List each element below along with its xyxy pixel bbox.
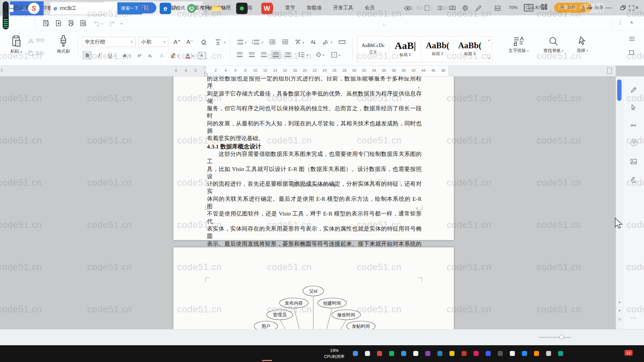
style-gallery-scroll[interactable]: ▲ ▼: [486, 37, 492, 62]
align-right-button[interactable]: [259, 50, 268, 59]
fullscreen-icon[interactable]: [628, 5, 635, 11]
style-scroll-down-icon[interactable]: ▼: [488, 57, 490, 60]
view-book-icon[interactable]: [449, 5, 456, 11]
decrease-font-button[interactable]: A⁻: [185, 38, 195, 46]
tray-icon[interactable]: [449, 351, 454, 356]
select-button[interactable]: 选择 ▾: [572, 36, 592, 54]
collaborate-button[interactable]: 协作: [559, 4, 576, 10]
cpu-meter[interactable]: 19% CPU利用率: [324, 347, 344, 360]
character-shading-button[interactable]: A: [198, 52, 205, 59]
sync-status[interactable]: 未同步: [525, 4, 548, 10]
bold-button[interactable]: B: [83, 51, 92, 60]
font-color-caret[interactable]: ▾: [192, 54, 194, 58]
font-color-button[interactable]: A: [183, 51, 193, 60]
zoom-slider-handle[interactable]: [559, 335, 564, 339]
scroll-down-icon[interactable]: ▼: [616, 309, 623, 312]
number-list-button[interactable]: 12: [251, 38, 260, 46]
tray-icon[interactable]: [365, 351, 370, 356]
strikethrough-caret[interactable]: ▾: [129, 54, 130, 58]
style-cell[interactable]: AaBb( 标题 2: [422, 37, 454, 61]
taskbar-search-box[interactable]: e cnc加工: [50, 2, 117, 14]
format-painter-button[interactable]: 格式刷: [53, 35, 74, 54]
highlight-caret[interactable]: ▾: [177, 54, 179, 58]
tray-icon[interactable]: [437, 351, 442, 356]
tray-icon[interactable]: [401, 351, 406, 356]
sidebar-more-icon[interactable]: ⋯: [630, 314, 638, 322]
line-spacing-caret[interactable]: ▾: [307, 54, 308, 57]
text-direction-button[interactable]: [321, 38, 330, 46]
font-name-combo[interactable]: 华文行楷▾: [82, 37, 136, 47]
font-size-combo[interactable]: 小初▾: [138, 37, 168, 47]
subscript-button[interactable]: x₂: [146, 51, 155, 60]
style-cell[interactable]: AaBbCcDc 正文: [357, 37, 389, 61]
decrease-indent-button[interactable]: [268, 38, 277, 46]
tray-icon[interactable]: [425, 351, 430, 356]
typography-button[interactable]: 文字排版 ▾: [506, 36, 531, 54]
save-button[interactable]: [42, 19, 50, 27]
browser-app-icon[interactable]: e: [160, 3, 171, 14]
tray-icon[interactable]: [534, 351, 539, 356]
clear-format-button[interactable]: [199, 38, 209, 46]
cut-button[interactable]: 剪切: [28, 38, 45, 44]
find-replace-button[interactable]: 查找替换 ▾: [541, 36, 566, 54]
view-outline-icon[interactable]: [436, 5, 443, 11]
underline-button[interactable]: U: [105, 51, 115, 60]
bookmark-tool-icon[interactable]: [630, 176, 638, 184]
style-cell[interactable]: AaBb( 标题 3: [454, 37, 486, 61]
print-preview-button[interactable]: [79, 19, 87, 27]
line-spacing-button[interactable]: [297, 50, 306, 59]
hanging-indent-marker[interactable]: △: [204, 70, 207, 73]
shading-caret[interactable]: ▾: [323, 54, 324, 57]
style-scroll-up-icon[interactable]: ▲: [488, 39, 490, 42]
superscript-button[interactable]: x²: [135, 51, 144, 60]
style-cell[interactable]: AaB| 标题 1: [389, 37, 422, 61]
ruler-toggle-icon[interactable]: [607, 68, 612, 74]
shading-button[interactable]: [314, 50, 323, 59]
strikethrough-button[interactable]: A: [120, 51, 129, 60]
bullet-list-button[interactable]: ⁚: [235, 38, 244, 46]
ink-pen-icon[interactable]: [475, 5, 482, 11]
zoom-slider-track[interactable]: [539, 337, 571, 338]
text-effects-button[interactable]: A: [157, 51, 166, 60]
tray-icon[interactable]: [486, 351, 491, 356]
view-web-icon[interactable]: [462, 5, 469, 11]
underline-caret[interactable]: ▾: [114, 54, 116, 58]
image-tool-icon[interactable]: [630, 158, 638, 166]
paste-button[interactable]: 粘贴 ▾: [8, 35, 24, 54]
align-left-button[interactable]: [235, 50, 244, 59]
help-icon[interactable]: ?: [631, 139, 637, 146]
zoom-value[interactable]: 70%: [508, 5, 518, 10]
borders-button[interactable]: [329, 50, 339, 59]
taskbar-search-button[interactable]: 搜索一下: [117, 2, 142, 14]
notification-badge[interactable]: 13: [625, 350, 633, 356]
horizontal-ruler[interactable]: 6422468101214161820222426283032343638404…: [0, 66, 616, 76]
fit-page-icon[interactable]: [494, 5, 501, 11]
redo-button[interactable]: [108, 19, 115, 27]
green-browser-app-icon[interactable]: [186, 3, 197, 14]
reading-eye-icon[interactable]: [404, 5, 411, 11]
italic-button[interactable]: I: [95, 51, 104, 60]
tray-icon[interactable]: [510, 351, 515, 356]
print-button[interactable]: [67, 19, 74, 27]
tab-ruler-button[interactable]: [337, 38, 347, 46]
bullet-caret[interactable]: ▾: [245, 41, 247, 44]
dock-handle[interactable]: [3, 1, 9, 29]
more-options-icon[interactable]: ⋮: [618, 19, 623, 25]
number-caret[interactable]: ▾: [262, 41, 263, 44]
edit-pen-icon[interactable]: [630, 86, 638, 94]
scrollbar-thumb[interactable]: [617, 79, 622, 101]
menu-tab[interactable]: 加载项: [307, 5, 322, 11]
tray-icon[interactable]: [546, 351, 551, 356]
scroll-up-icon[interactable]: ▲: [616, 300, 623, 304]
output-button[interactable]: [55, 19, 62, 27]
select-tool-icon[interactable]: [630, 103, 638, 111]
zoom-out-button[interactable]: −: [531, 5, 535, 12]
file-explorer-icon[interactable]: [211, 3, 222, 14]
collapse-ribbon-icon[interactable]: ∧: [630, 19, 633, 25]
vertical-scrollbar[interactable]: ▲ ▼ ⌸: [616, 76, 623, 329]
sort-button[interactable]: [309, 38, 318, 46]
extract-tool-icon[interactable]: [630, 121, 638, 129]
taskbar-clock[interactable]: 21:19 周六 2022/9/17: [578, 2, 611, 14]
page-nav-icon[interactable]: ⌸: [616, 317, 623, 321]
tray-icon[interactable]: [389, 351, 394, 356]
